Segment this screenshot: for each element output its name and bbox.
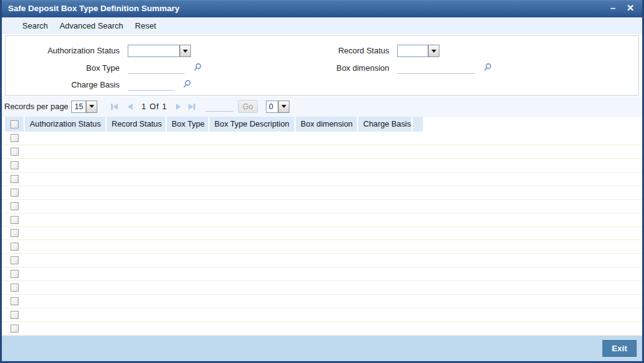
menu-item-search[interactable]: Search — [22, 21, 48, 30]
next-page-icon[interactable] — [176, 104, 181, 110]
chevron-down-icon[interactable] — [428, 45, 439, 56]
last-page-icon[interactable] — [188, 104, 195, 110]
row-checkbox[interactable] — [11, 256, 19, 264]
table-row — [2, 240, 642, 254]
select-all-checkbox[interactable] — [11, 120, 19, 128]
table-row — [2, 145, 642, 159]
authorization-status-select[interactable] — [128, 45, 191, 57]
footer-bar: Exit — [2, 336, 642, 361]
menu-item-reset[interactable]: Reset — [135, 21, 156, 30]
table-row — [2, 308, 642, 322]
column-header-record-status[interactable]: Record Status — [107, 117, 165, 132]
chevron-down-icon[interactable] — [278, 101, 289, 112]
column-header-charge-basis[interactable]: Charge Basis — [358, 117, 412, 132]
table-header: Authorization StatusRecord StatusBox Typ… — [5, 117, 423, 132]
row-checkbox[interactable] — [11, 297, 19, 305]
search-icon[interactable] — [193, 63, 202, 74]
column-header-box-type[interactable]: Box Type — [167, 117, 208, 132]
table-row — [2, 322, 642, 336]
window-title: Safe Deposit Box Type Definition Summary — [8, 0, 180, 17]
previous-page-icon[interactable] — [128, 104, 133, 110]
select-all-cell — [5, 117, 24, 132]
row-checkbox[interactable] — [11, 216, 19, 224]
charge-basis-label: Charge Basis — [6, 79, 120, 91]
box-type-label: Box Type — [6, 62, 120, 74]
table-row — [2, 186, 642, 200]
menubar: Search Advanced Search Reset — [2, 17, 642, 34]
record-status-select[interactable] — [397, 45, 439, 57]
column-header-authorization-status[interactable]: Authorization Status — [25, 117, 105, 132]
secondary-select[interactable]: 0 — [266, 101, 289, 113]
close-icon[interactable]: ✕ — [624, 0, 637, 17]
minimize-icon[interactable]: – — [606, 0, 620, 17]
chevron-down-icon[interactable] — [180, 45, 190, 56]
table-row — [2, 132, 642, 145]
row-checkbox[interactable] — [11, 189, 19, 197]
page-jump-input[interactable] — [205, 101, 233, 112]
table-body — [2, 132, 642, 336]
chevron-down-icon[interactable] — [86, 101, 97, 112]
records-per-page-value: 15 — [74, 102, 83, 111]
table-row — [2, 295, 642, 308]
table-row — [2, 213, 642, 227]
search-criteria-panel: Authorization Status Record Status Box T… — [5, 35, 639, 96]
row-checkbox[interactable] — [11, 243, 19, 251]
table-row — [2, 281, 642, 295]
record-status-label: Record Status — [254, 45, 389, 57]
search-icon[interactable] — [483, 63, 492, 74]
app-window: Safe Deposit Box Type Definition Summary… — [0, 0, 644, 363]
pagination-toolbar: Records per page 15 1 Of 1 Go 0 — [2, 96, 642, 117]
row-checkbox[interactable] — [11, 161, 19, 169]
row-checkbox[interactable] — [11, 270, 19, 278]
column-header-stub — [413, 117, 423, 132]
secondary-select-value: 0 — [269, 102, 273, 111]
box-dimension-input[interactable] — [397, 63, 475, 74]
titlebar: Safe Deposit Box Type Definition Summary… — [2, 0, 642, 17]
table-row — [2, 173, 642, 186]
row-checkbox[interactable] — [11, 134, 19, 142]
charge-basis-input[interactable] — [128, 80, 174, 91]
row-checkbox[interactable] — [11, 148, 19, 156]
search-icon[interactable] — [182, 79, 192, 91]
row-checkbox[interactable] — [11, 229, 19, 237]
row-checkbox[interactable] — [11, 284, 19, 292]
authorization-status-label: Authorization Status — [6, 45, 120, 57]
table-row — [2, 267, 642, 281]
exit-button[interactable]: Exit — [602, 340, 637, 357]
records-per-page-label: Records per page — [4, 102, 68, 111]
table-row — [2, 254, 642, 267]
row-checkbox[interactable] — [11, 175, 19, 183]
records-per-page-select[interactable]: 15 — [71, 101, 97, 113]
page-position: 1 Of 1 — [141, 102, 167, 111]
box-dimension-label: Box dimension — [254, 62, 389, 74]
row-checkbox[interactable] — [11, 325, 19, 333]
table-row — [2, 159, 642, 173]
first-page-icon[interactable] — [111, 104, 118, 110]
column-header-box-dimension[interactable]: Box dimension — [296, 117, 357, 132]
table-row — [2, 227, 642, 241]
row-checkbox[interactable] — [11, 311, 19, 319]
box-type-input[interactable] — [128, 63, 185, 74]
table-row — [2, 200, 642, 213]
menu-item-advanced-search[interactable]: Advanced Search — [60, 21, 123, 30]
go-button[interactable]: Go — [238, 100, 258, 113]
row-checkbox[interactable] — [11, 202, 19, 210]
column-header-box-type-description[interactable]: Box Type Description — [210, 117, 294, 132]
